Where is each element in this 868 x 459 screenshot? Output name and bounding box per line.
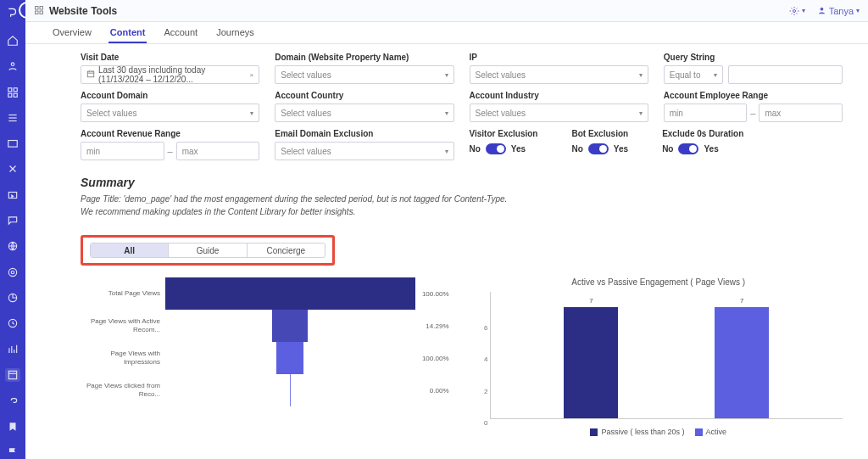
grid-icon (34, 5, 44, 17)
nav-flag-icon[interactable] (5, 445, 20, 459)
funnel-chart: Total Page Views100.00%Page Views with A… (81, 277, 449, 436)
svg-point-20 (793, 9, 795, 12)
legend-item: Active (695, 428, 727, 436)
query-string-op[interactable]: Equal to▾ (664, 65, 723, 84)
settings-menu[interactable]: ▾ (789, 6, 805, 16)
chart-bar: 7 (715, 307, 769, 418)
nav-globe-icon[interactable] (5, 239, 20, 253)
nav-clock-icon[interactable] (5, 316, 20, 330)
legend-label: Passive ( less than 20s ) (601, 428, 684, 436)
y-tick: 0 (484, 419, 487, 427)
close-icon: × (250, 71, 254, 79)
chevron-down-icon: ▾ (445, 71, 448, 79)
tab-account[interactable]: Account (162, 22, 199, 43)
visitor-exclusion-toggle[interactable] (486, 143, 506, 154)
seg-concierge[interactable]: Concierge (248, 243, 325, 257)
svg-point-21 (820, 8, 823, 11)
nav-list-icon[interactable] (5, 111, 20, 125)
chart-bar: 7 (564, 307, 618, 418)
domain-select[interactable]: Select values▾ (275, 65, 453, 84)
label-exclude-0s: Exclude 0s Duration (662, 129, 743, 138)
summary-block: Summary Page Title: 'demo_page' had the … (81, 176, 843, 218)
user-menu[interactable]: Tanya ▾ (817, 6, 860, 16)
funnel-pct: 0.00% (415, 387, 449, 395)
topbar: Website Tools ▾ Tanya ▾ (25, 0, 868, 22)
nav-people-icon[interactable] (5, 59, 20, 73)
svg-point-11 (8, 268, 16, 276)
label-account-country: Account Country (275, 91, 453, 100)
chevron-down-icon: ▾ (714, 71, 717, 79)
funnel-pct: 14.29% (415, 322, 449, 330)
nav-target-icon[interactable] (5, 266, 20, 279)
funnel-label: Page Views with Impressions (81, 350, 165, 366)
nav-barchart-icon[interactable] (5, 343, 20, 356)
label-query-string: Query String (664, 53, 843, 62)
svg-rect-15 (8, 371, 16, 378)
funnel-row: Page Views clicked from Reco...0.00% (81, 374, 449, 406)
label-visitor-exclusion: Visitor Exclusion (470, 129, 538, 138)
rev-range-max[interactable]: max (176, 142, 260, 160)
chevron-down-icon: ▾ (639, 71, 643, 79)
nav-link-icon[interactable] (5, 394, 20, 407)
account-domain-select[interactable]: Select values▾ (81, 104, 259, 122)
svg-rect-16 (36, 6, 39, 9)
funnel-pct: 100.00% (415, 355, 449, 362)
visit-date-picker[interactable]: Last 30 days including today (11/13/2024… (81, 65, 259, 84)
ip-select[interactable]: Select values▾ (470, 65, 648, 84)
chevron-down-icon: ▾ (856, 7, 860, 14)
chevron-down-icon: ▾ (639, 109, 643, 117)
account-industry-select[interactable]: Select values▾ (470, 104, 648, 122)
svg-rect-9 (8, 192, 16, 198)
svg-rect-22 (87, 71, 94, 77)
exclude-0s-toggle[interactable] (678, 143, 698, 154)
chevron-down-icon: ▾ (445, 148, 448, 155)
page-title: Website Tools (49, 5, 117, 17)
query-string-value[interactable] (728, 65, 843, 84)
email-exclusion-select[interactable]: Select values▾ (275, 142, 453, 160)
emp-range-max[interactable]: max (759, 104, 843, 122)
seg-guide[interactable]: Guide (169, 243, 247, 257)
emp-range-min[interactable]: min (664, 104, 748, 122)
tab-journeys[interactable]: Journeys (214, 22, 256, 43)
svg-rect-3 (8, 93, 12, 97)
funnel-row: Page Views with Impressions100.00% (81, 342, 449, 374)
chevron-down-icon: ▾ (445, 109, 448, 117)
nav-campaign-icon[interactable] (5, 188, 20, 202)
y-tick: 4 (484, 355, 487, 363)
svg-point-0 (11, 63, 14, 66)
bar-value-label: 7 (715, 297, 769, 305)
segmented-control: All Guide Concierge (90, 243, 326, 258)
seg-all[interactable]: All (91, 243, 169, 257)
label-account-industry: Account Industry (470, 91, 648, 100)
chart-title: Active vs Passive Engagement ( Page View… (475, 277, 843, 287)
nav-home-icon[interactable] (5, 34, 20, 48)
svg-rect-19 (40, 11, 43, 14)
nav-bookmark-icon[interactable] (5, 419, 20, 433)
funnel-bar (165, 277, 415, 310)
user-name: Tanya (829, 6, 854, 16)
bot-exclusion-toggle[interactable] (588, 143, 609, 154)
nav-chat-icon[interactable] (5, 214, 20, 227)
tab-content[interactable]: Content (108, 22, 147, 43)
svg-point-12 (11, 271, 14, 274)
label-domain: Domain (Website Property Name) (275, 53, 453, 62)
nav-pie-icon[interactable] (5, 291, 20, 305)
label-bot-exclusion: Bot Exclusion (571, 129, 628, 138)
legend-label: Active (706, 428, 727, 436)
section-tabs: Overview Content Account Journeys (25, 22, 868, 44)
visit-date-value: Last 30 days including today (11/13/2024… (98, 65, 250, 84)
nav-grid-icon[interactable] (5, 85, 20, 98)
nav-tools-icon[interactable] (5, 162, 20, 176)
account-country-select[interactable]: Select values▾ (275, 104, 453, 122)
highlight-annotation: All Guide Concierge (81, 235, 335, 266)
svg-rect-2 (14, 87, 17, 91)
nav-folder-icon[interactable] (5, 137, 20, 150)
rev-range-min[interactable]: min (81, 142, 164, 160)
label-rev-range: Account Revenue Range (81, 129, 259, 138)
label-visit-date: Visit Date (81, 53, 259, 62)
y-tick: 2 (484, 387, 487, 395)
tab-overview[interactable]: Overview (51, 22, 93, 43)
nav-website-tools-icon[interactable] (5, 368, 20, 382)
funnel-bar (272, 310, 308, 342)
chevron-down-icon: ▾ (250, 109, 253, 117)
